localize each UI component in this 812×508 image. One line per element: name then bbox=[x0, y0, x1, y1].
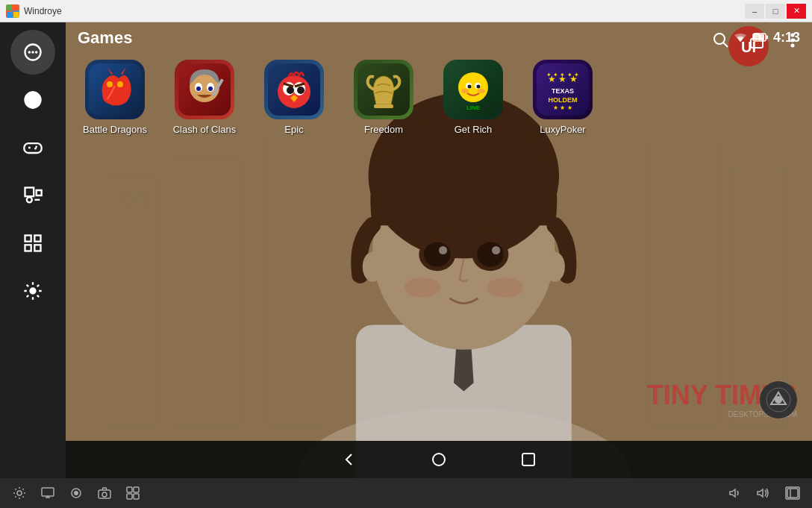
main-window: TINY TIMES DESKTOPSKY.COM UI bbox=[0, 22, 812, 508]
sidebar-item-settings[interactable] bbox=[10, 269, 55, 313]
toolbar-tv-icon[interactable] bbox=[37, 483, 58, 504]
toolbar-volume-up-icon[interactable] bbox=[754, 483, 775, 504]
svg-point-98 bbox=[17, 491, 22, 495]
svg-point-60 bbox=[791, 34, 795, 37]
svg-rect-0 bbox=[7, 5, 12, 10]
sidebar-item-gamepad[interactable] bbox=[10, 125, 55, 170]
toolbar-left bbox=[9, 483, 143, 504]
app-icon bbox=[6, 4, 19, 18]
svg-text:✦ ✦ ✦ ✦ ✦: ✦ ✦ ✦ ✦ ✦ bbox=[546, 72, 579, 78]
toolbar-camera-icon[interactable] bbox=[94, 483, 115, 504]
close-button[interactable]: ✕ bbox=[787, 4, 806, 19]
svg-point-96 bbox=[433, 454, 445, 465]
svg-text:HOLDEM: HOLDEM bbox=[549, 96, 578, 104]
svg-point-5 bbox=[28, 51, 31, 54]
svg-rect-99 bbox=[42, 488, 54, 496]
toolbar-settings-icon[interactable] bbox=[9, 483, 30, 504]
svg-point-57 bbox=[714, 34, 725, 44]
more-button[interactable] bbox=[779, 27, 806, 54]
svg-rect-80 bbox=[374, 104, 393, 108]
app-panel: Games bbox=[66, 22, 812, 478]
svg-rect-20 bbox=[34, 236, 40, 242]
svg-point-17 bbox=[27, 197, 32, 202]
toolbar-expand-icon[interactable] bbox=[782, 483, 803, 504]
svg-point-6 bbox=[31, 51, 34, 54]
app-label-epic: Epic bbox=[284, 124, 303, 135]
svg-point-61 bbox=[791, 39, 795, 43]
app-item-get-rich[interactable]: LINE Get Rich bbox=[436, 60, 510, 135]
svg-rect-109 bbox=[134, 494, 139, 499]
svg-text:LINE: LINE bbox=[466, 104, 481, 111]
toolbar-volume-down-icon[interactable] bbox=[725, 483, 746, 504]
app-icon-battle-dragons bbox=[85, 60, 145, 119]
svg-rect-108 bbox=[127, 494, 132, 499]
app-grid: Battle Dragons bbox=[78, 60, 600, 135]
sidebar-item-globe[interactable] bbox=[10, 78, 55, 122]
emulator-toolbar bbox=[0, 478, 812, 508]
window-title: Windroye bbox=[24, 6, 62, 16]
toolbar-right bbox=[725, 483, 803, 504]
nav-home-button[interactable] bbox=[424, 445, 454, 474]
top-right-icons bbox=[708, 27, 806, 54]
app-icon-get-rich: LINE bbox=[443, 60, 503, 119]
app-label-clash: Clash of Clans bbox=[173, 124, 237, 135]
app-item-clash-of-clans[interactable]: Clash of Clans bbox=[167, 60, 242, 135]
app-icon-clash bbox=[175, 60, 234, 119]
svg-rect-11 bbox=[24, 143, 41, 153]
svg-rect-106 bbox=[127, 487, 132, 492]
nav-back-button[interactable] bbox=[334, 445, 364, 474]
svg-point-62 bbox=[791, 44, 795, 48]
app-label-get-rich: Get Rich bbox=[455, 124, 493, 135]
svg-point-23 bbox=[31, 289, 36, 294]
svg-rect-1 bbox=[13, 5, 19, 10]
left-sidebar bbox=[0, 22, 66, 478]
svg-rect-107 bbox=[134, 487, 139, 492]
svg-rect-19 bbox=[25, 236, 31, 242]
svg-point-105 bbox=[102, 492, 107, 497]
svg-point-15 bbox=[34, 148, 37, 150]
svg-rect-2 bbox=[7, 12, 12, 17]
svg-rect-97 bbox=[522, 454, 534, 465]
svg-point-77 bbox=[287, 87, 294, 94]
svg-rect-59 bbox=[751, 39, 763, 48]
svg-rect-3 bbox=[13, 12, 19, 17]
lock-button[interactable] bbox=[743, 27, 770, 54]
svg-point-70 bbox=[196, 87, 201, 91]
svg-rect-111 bbox=[787, 489, 798, 498]
content-area: TINY TIMES DESKTOPSKY.COM UI bbox=[66, 22, 812, 478]
sidebar-item-apps[interactable] bbox=[10, 221, 55, 266]
svg-point-50 bbox=[775, 396, 782, 404]
app-item-battle-dragons[interactable]: Battle Dragons bbox=[78, 60, 152, 135]
nav-recent-button[interactable] bbox=[513, 445, 543, 474]
toolbar-grid-icon[interactable] bbox=[122, 483, 143, 504]
android-screen: TINY TIMES DESKTOPSKY.COM UI bbox=[0, 22, 812, 478]
cyanogen-icon bbox=[760, 381, 797, 418]
svg-point-64 bbox=[107, 81, 113, 87]
app-label-freedom: Freedom bbox=[364, 124, 403, 135]
minimize-button[interactable]: – bbox=[745, 4, 764, 19]
maximize-button[interactable]: □ bbox=[766, 4, 785, 19]
app-item-epic[interactable]: Epic bbox=[257, 60, 331, 135]
search-button[interactable] bbox=[708, 27, 734, 54]
sidebar-item-media[interactable] bbox=[10, 173, 55, 218]
app-icon-freedom bbox=[354, 60, 413, 119]
toolbar-dot-icon[interactable] bbox=[66, 483, 87, 504]
svg-point-88 bbox=[478, 89, 485, 93]
app-label-battle-dragons: Battle Dragons bbox=[83, 124, 147, 135]
sidebar-item-chat[interactable] bbox=[10, 30, 55, 75]
svg-point-7 bbox=[35, 51, 38, 54]
svg-point-103 bbox=[74, 491, 78, 495]
svg-rect-22 bbox=[34, 245, 40, 251]
app-item-luxy-poker[interactable]: ★ ★ ★ ✦ ✦ ✦ ✦ ✦ TEXAS HOLDEM ★ ★ ★ LuxyP… bbox=[525, 60, 600, 135]
app-item-freedom[interactable]: Freedom bbox=[346, 60, 421, 135]
svg-rect-21 bbox=[25, 245, 31, 251]
svg-point-85 bbox=[468, 85, 472, 89]
svg-text:★ ★ ★: ★ ★ ★ bbox=[553, 104, 572, 111]
app-label-luxy-poker: LuxyPoker bbox=[540, 124, 585, 135]
svg-rect-16 bbox=[25, 188, 34, 197]
titlebar: Windroye – □ ✕ bbox=[0, 0, 812, 22]
svg-point-78 bbox=[297, 87, 304, 94]
svg-line-58 bbox=[723, 43, 728, 47]
svg-text:TEXAS: TEXAS bbox=[552, 87, 574, 95]
svg-point-65 bbox=[117, 81, 123, 87]
